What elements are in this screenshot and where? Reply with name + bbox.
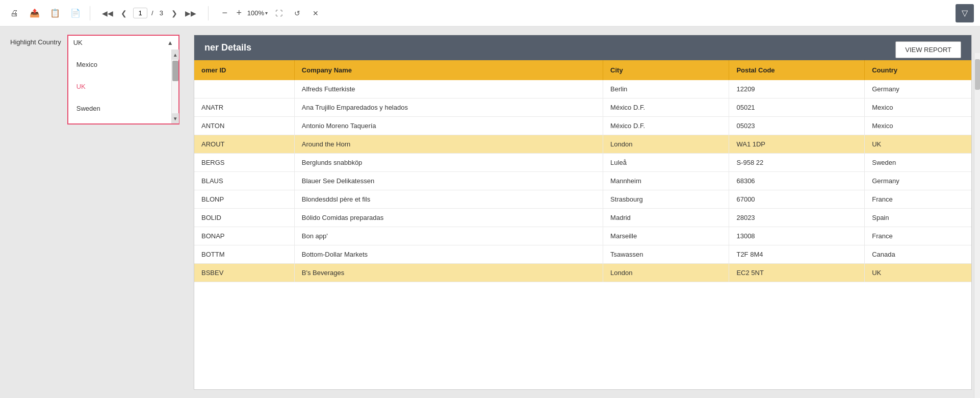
report-title: ner Details: [204, 42, 251, 53]
filter-label: Highlight Country: [10, 38, 61, 46]
zoom-controls: − + 100% ▾ ⛶ ↺ ✕: [219, 6, 323, 20]
cell-company: B's Beverages: [294, 264, 603, 282]
toolbar-divider-1: [90, 6, 90, 20]
cell-postal: 05023: [729, 117, 865, 135]
table-row: AROUTAround the HornLondonWA1 1DPUK: [194, 135, 971, 154]
close-button[interactable]: ✕: [308, 6, 323, 20]
cell-city: Strasbourg: [603, 190, 729, 209]
page-separator: /: [151, 9, 153, 17]
table-row: ANTONAntonio Moreno TaqueríaMéxico D.F.0…: [194, 117, 971, 135]
cell-country: Spain: [865, 209, 971, 227]
cell-city: México D.F.: [603, 117, 729, 135]
table-row: BOTTMBottom-Dollar MarketsTsawassenT2F 8…: [194, 245, 971, 264]
cell-postal: EC2 5NT: [729, 264, 865, 282]
cell-id: BOLID: [194, 209, 294, 227]
view-report-button[interactable]: VIEW REPORT: [895, 41, 961, 58]
prev-page-button[interactable]: ❮: [117, 6, 131, 20]
cell-company: Blauer See Delikatessen: [294, 172, 603, 190]
left-panel: Highlight Country UK ▲ ▲ ▼ Mexico: [0, 27, 194, 398]
table-row: BLONPBlondesddsl père et filsStrasbourg6…: [194, 190, 971, 209]
page-navigation: ◀◀ ❮ / 3 ❯ ▶▶: [100, 6, 198, 20]
cell-id: BSBEV: [194, 264, 294, 282]
cell-id: BLONP: [194, 190, 294, 209]
cell-country: Germany: [865, 80, 971, 98]
cell-city: Marseille: [603, 227, 729, 245]
table-body: Alfreds FutterkisteBerlin12209GermanyANA…: [194, 80, 971, 282]
toolbar-divider-2: [208, 6, 209, 20]
table-row: BOLIDBólido Comidas preparadasMadrid2802…: [194, 209, 971, 227]
cell-company: Alfreds Futterkiste: [294, 80, 603, 98]
cell-company: Blondesddsl père et fils: [294, 190, 603, 209]
dropdown-scroll-down[interactable]: ▼: [172, 113, 179, 123]
right-scrollbar[interactable]: [974, 53, 980, 398]
content-area: Highlight Country UK ▲ ▲ ▼ Mexico: [0, 27, 980, 398]
dropdown-scroll-up[interactable]: ▲: [172, 49, 179, 60]
zoom-display[interactable]: 100% ▾: [247, 9, 268, 17]
cell-id: ANATR: [194, 98, 294, 117]
refresh-button[interactable]: ↺: [290, 6, 304, 20]
cell-id: BOTTM: [194, 245, 294, 264]
cell-country: Mexico: [865, 117, 971, 135]
table-header-row: omer ID Company Name City Postal Code Co…: [194, 60, 971, 80]
cell-postal: 12209: [729, 80, 865, 98]
export-icon[interactable]: 📤: [27, 5, 43, 21]
cell-company: Bólido Comidas preparadas: [294, 209, 603, 227]
report-area: VIEW REPORT ner Details omer ID Company …: [194, 35, 972, 390]
save-icon[interactable]: 📄: [67, 5, 84, 21]
dropdown-item-mexico[interactable]: Mexico: [68, 54, 171, 76]
page-total: 3: [160, 9, 163, 17]
cell-postal: 05021: [729, 98, 865, 117]
cell-postal: 28023: [729, 209, 865, 227]
fit-page-button[interactable]: ⛶: [272, 6, 286, 20]
cell-id: BERGS: [194, 154, 294, 172]
cell-id: AROUT: [194, 135, 294, 154]
cell-company: Ana Trujillo Emparedados y helados: [294, 98, 603, 117]
zoom-chevron-icon: ▾: [265, 10, 268, 16]
dropdown-scroll-thumb: [172, 61, 178, 81]
table-row: BERGSBerglunds snabbköpLuleåS-958 22Swed…: [194, 154, 971, 172]
toolbar-right: ▽: [956, 4, 974, 22]
country-dropdown-trigger[interactable]: UK ▲: [67, 35, 179, 49]
cell-postal: 67000: [729, 190, 865, 209]
page-number-input[interactable]: [133, 8, 147, 18]
cell-postal: 13008: [729, 227, 865, 245]
next-page-button[interactable]: ❯: [167, 6, 182, 20]
col-header-city: City: [603, 60, 729, 80]
zoom-out-button[interactable]: −: [219, 7, 231, 19]
cell-country: France: [865, 190, 971, 209]
country-dropdown-container: UK ▲ ▲ ▼ Mexico UK Sweden: [67, 35, 179, 49]
cell-city: Luleå: [603, 154, 729, 172]
cell-id: [194, 80, 294, 98]
filter-panel-button[interactable]: ▽: [956, 4, 974, 22]
cell-postal: 68306: [729, 172, 865, 190]
cell-city: London: [603, 264, 729, 282]
zoom-in-button[interactable]: +: [233, 7, 245, 19]
dropdown-item-sweden[interactable]: Sweden: [68, 97, 171, 119]
zoom-value: 100%: [247, 9, 264, 17]
cell-id: BLAUS: [194, 172, 294, 190]
cell-country: UK: [865, 264, 971, 282]
first-page-button[interactable]: ◀◀: [100, 6, 115, 20]
cell-country: France: [865, 227, 971, 245]
cell-id: BONAP: [194, 227, 294, 245]
cell-country: Sweden: [865, 154, 971, 172]
dropdown-chevron-icon: ▲: [167, 39, 173, 46]
last-page-button[interactable]: ▶▶: [184, 6, 198, 20]
print-icon[interactable]: 🖨: [6, 5, 22, 21]
col-header-id: omer ID: [194, 60, 294, 80]
dropdown-item-uk[interactable]: UK: [68, 76, 171, 97]
cell-city: Berlin: [603, 80, 729, 98]
table-row: BSBEVB's BeveragesLondonEC2 5NTUK: [194, 264, 971, 282]
view-icon[interactable]: 📋: [47, 5, 63, 21]
report-title-bar: ner Details: [194, 35, 971, 60]
toolbar: 🖨 📤 📋 📄 ◀◀ ❮ / 3 ❯ ▶▶ − + 100% ▾ ⛶ ↺ ✕ ▽: [0, 0, 980, 27]
scrollbar-thumb: [975, 59, 980, 90]
dropdown-items: Mexico UK Sweden: [68, 49, 178, 123]
table-row: ANATRAna Trujillo Emparedados y heladosM…: [194, 98, 971, 117]
table-row: BLAUSBlauer See DelikatessenMannheim6830…: [194, 172, 971, 190]
cell-company: Antonio Moreno Taquería: [294, 117, 603, 135]
cell-city: México D.F.: [603, 98, 729, 117]
cell-country: Canada: [865, 245, 971, 264]
cell-postal: WA1 1DP: [729, 135, 865, 154]
cell-city: London: [603, 135, 729, 154]
